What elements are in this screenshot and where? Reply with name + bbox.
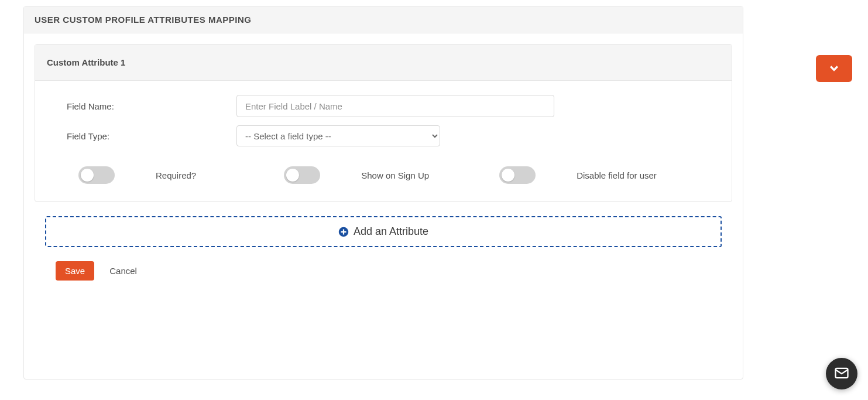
cancel-button[interactable]: Cancel (109, 266, 137, 276)
add-attribute-label: Add an Attribute (354, 225, 428, 238)
required-toggle[interactable] (78, 166, 115, 184)
disable-field-toggle-label: Disable field for user (577, 170, 657, 180)
field-name-input[interactable] (236, 95, 554, 117)
field-type-select[interactable]: -- Select a field type -- (236, 125, 440, 146)
show-on-signup-toggle-label: Show on Sign Up (361, 170, 429, 180)
chat-button[interactable] (826, 358, 857, 389)
disable-field-toggle[interactable] (499, 166, 536, 184)
attribute-title: Custom Attribute 1 (35, 45, 732, 81)
plus-circle-icon (338, 227, 349, 237)
field-name-label: Field Name: (67, 101, 236, 111)
panel-title: USER CUSTOM PROFILE ATTRIBUTES MAPPING (24, 6, 743, 33)
save-button[interactable]: Save (56, 261, 94, 281)
add-attribute-button[interactable]: Add an Attribute (45, 216, 722, 247)
required-toggle-label: Required? (156, 170, 196, 180)
field-type-label: Field Type: (67, 131, 236, 141)
toggle-knob (502, 169, 514, 182)
toggle-knob (286, 169, 299, 182)
chevron-down-icon (828, 62, 840, 76)
scroll-down-button[interactable] (816, 55, 852, 82)
custom-attribute-card: Custom Attribute 1 Field Name: Field Typ… (35, 44, 732, 202)
show-on-signup-toggle[interactable] (284, 166, 320, 184)
attributes-mapping-panel: USER CUSTOM PROFILE ATTRIBUTES MAPPING C… (23, 6, 743, 380)
mail-icon (833, 365, 850, 383)
svg-rect-2 (343, 229, 344, 234)
toggle-knob (81, 169, 94, 182)
